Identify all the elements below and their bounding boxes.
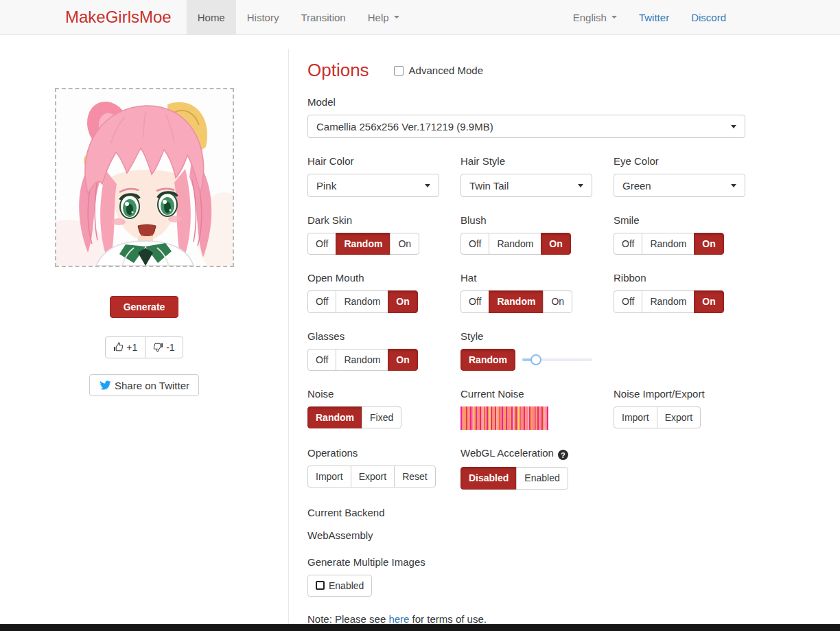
blush-toggle-option-on[interactable]: On bbox=[541, 233, 570, 255]
ribbon-label: Ribbon bbox=[614, 272, 745, 284]
nav-item-help-label: Help bbox=[368, 12, 389, 23]
noise-toggle-option-random[interactable]: Random bbox=[307, 406, 362, 428]
current-backend-label: Current Backend bbox=[307, 507, 745, 518]
navbar: MakeGirlsMoe Home History Transition Hel… bbox=[0, 0, 840, 35]
blush-toggle-option-off[interactable]: Off bbox=[460, 233, 489, 255]
noise-toggle-group: RandomFixed bbox=[307, 406, 401, 428]
noise-import-export-option-export[interactable]: Export bbox=[657, 406, 701, 428]
thumbs-down-icon bbox=[153, 342, 163, 352]
hat-toggle-option-on[interactable]: On bbox=[543, 290, 572, 312]
terms-link[interactable]: here bbox=[388, 613, 409, 625]
chevron-down-icon bbox=[578, 184, 583, 187]
nav-item-history[interactable]: History bbox=[236, 0, 290, 34]
current-noise-visualization bbox=[460, 406, 548, 430]
operations-button-option-reset[interactable]: Reset bbox=[394, 466, 436, 487]
ribbon-toggle-option-off[interactable]: Off bbox=[614, 290, 642, 312]
nav-item-transition[interactable]: Transition bbox=[290, 0, 356, 34]
noise-import-export-group: ImportExport bbox=[614, 406, 701, 428]
anime-portrait bbox=[56, 89, 233, 266]
current-noise-label: Current Noise bbox=[460, 388, 592, 400]
style-toggle-option-random[interactable]: Random bbox=[460, 349, 515, 371]
open-mouth-toggle-option-on[interactable]: On bbox=[388, 290, 417, 312]
options-title: Options bbox=[307, 60, 369, 81]
terms-note: Note: Please see here for terms of use. bbox=[307, 613, 745, 625]
chevron-down-icon bbox=[425, 184, 430, 187]
webgl-label-text: WebGL Acceleration bbox=[460, 447, 554, 459]
nav-item-help[interactable]: Help bbox=[357, 0, 410, 34]
hair-color-label: Hair Color bbox=[307, 155, 439, 167]
generated-image bbox=[55, 88, 234, 267]
main-content: Generate +1 -1 bbox=[0, 49, 840, 625]
hat-toggle-group: OffRandomOn bbox=[460, 290, 572, 312]
noise-toggle-option-fixed[interactable]: Fixed bbox=[362, 406, 401, 428]
open-mouth-toggle-option-off[interactable]: Off bbox=[307, 290, 336, 312]
model-label: Model bbox=[307, 96, 745, 108]
operations-button-option-export[interactable]: Export bbox=[351, 466, 395, 487]
eye-color-select[interactable]: Green bbox=[614, 174, 745, 197]
downvote-button[interactable]: -1 bbox=[145, 336, 183, 358]
webgl-toggle-option-disabled[interactable]: Disabled bbox=[460, 467, 517, 489]
model-select[interactable]: Camellia 256x256 Ver.171219 (9.9MB) bbox=[307, 115, 745, 138]
smile-toggle-option-on[interactable]: On bbox=[694, 233, 723, 255]
dark-skin-toggle-option-random[interactable]: Random bbox=[336, 233, 390, 255]
glasses-label: Glasses bbox=[307, 330, 439, 342]
noise-stripe bbox=[547, 406, 548, 430]
checkbox-icon bbox=[316, 581, 325, 590]
advanced-mode-toggle[interactable]: Advanced Mode bbox=[394, 65, 483, 76]
dark-skin-label: Dark Skin bbox=[307, 214, 439, 226]
nav-link-twitter[interactable]: Twitter bbox=[628, 0, 680, 34]
nav-item-transition-label: Transition bbox=[301, 12, 345, 23]
blush-toggle-option-random[interactable]: Random bbox=[489, 233, 541, 255]
multiple-images-button-label: Enabled bbox=[329, 579, 364, 593]
hair-color-select[interactable]: Pink bbox=[307, 174, 439, 197]
glasses-toggle-option-off[interactable]: Off bbox=[307, 349, 336, 371]
operations-button-group: ImportExportReset bbox=[307, 466, 436, 487]
glasses-toggle-option-random[interactable]: Random bbox=[336, 349, 388, 371]
style-toggle-group: Random bbox=[460, 349, 515, 371]
generate-button[interactable]: Generate bbox=[110, 296, 178, 318]
style-slider-handle[interactable] bbox=[530, 354, 541, 365]
eye-color-label: Eye Color bbox=[614, 155, 745, 167]
ribbon-toggle-option-random[interactable]: Random bbox=[642, 290, 695, 312]
note-suffix: for terms of use. bbox=[409, 613, 487, 625]
dark-skin-toggle-option-off[interactable]: Off bbox=[307, 233, 336, 255]
ribbon-toggle-option-on[interactable]: On bbox=[694, 290, 723, 312]
note-prefix: Note: Please see bbox=[307, 613, 388, 625]
multiple-images-label: Generate Multiple Images bbox=[307, 556, 745, 568]
hat-toggle-option-random[interactable]: Random bbox=[489, 290, 544, 312]
advanced-mode-checkbox[interactable] bbox=[394, 66, 404, 76]
webgl-label: WebGL Acceleration? bbox=[460, 447, 592, 461]
language-select[interactable]: English bbox=[562, 0, 628, 34]
hat-toggle-option-off[interactable]: Off bbox=[460, 290, 489, 312]
smile-toggle-option-random[interactable]: Random bbox=[642, 233, 695, 255]
hair-color-value: Pink bbox=[316, 180, 336, 192]
help-question-icon[interactable]: ? bbox=[558, 450, 568, 460]
current-backend-value: WebAssembly bbox=[307, 529, 745, 541]
nav-item-home[interactable]: Home bbox=[187, 0, 236, 34]
chevron-down-icon bbox=[731, 184, 736, 187]
webgl-toggle-group: DisabledEnabled bbox=[460, 467, 568, 489]
advanced-mode-label: Advanced Mode bbox=[409, 65, 483, 76]
open-mouth-toggle-option-random[interactable]: Random bbox=[336, 290, 388, 312]
multiple-images-enabled-button[interactable]: Enabled bbox=[307, 575, 372, 597]
nav-link-discord[interactable]: Discord bbox=[680, 0, 737, 34]
webgl-toggle-option-enabled[interactable]: Enabled bbox=[516, 467, 568, 489]
hair-style-select[interactable]: Twin Tail bbox=[460, 174, 592, 197]
share-twitter-button[interactable]: Share on Twitter bbox=[89, 374, 199, 396]
nav-item-home-label: Home bbox=[198, 12, 225, 23]
open-mouth-label: Open Mouth bbox=[307, 272, 439, 284]
footer-bar bbox=[0, 624, 840, 631]
dark-skin-toggle-option-on[interactable]: On bbox=[390, 233, 419, 255]
style-slider[interactable] bbox=[522, 354, 592, 365]
brand-logo[interactable]: MakeGirlsMoe bbox=[65, 0, 172, 34]
glasses-toggle-option-on[interactable]: On bbox=[388, 349, 417, 371]
options-panel: Options Advanced Mode Model Camellia 256… bbox=[288, 49, 840, 625]
smile-label: Smile bbox=[614, 214, 745, 226]
smile-toggle-option-off[interactable]: Off bbox=[614, 233, 642, 255]
noise-import-export-option-import[interactable]: Import bbox=[614, 406, 657, 428]
operations-button-option-import[interactable]: Import bbox=[307, 466, 351, 487]
chevron-down-icon bbox=[611, 16, 617, 19]
chevron-down-icon bbox=[731, 125, 736, 128]
language-label: English bbox=[573, 12, 607, 23]
upvote-button[interactable]: +1 bbox=[105, 336, 145, 358]
